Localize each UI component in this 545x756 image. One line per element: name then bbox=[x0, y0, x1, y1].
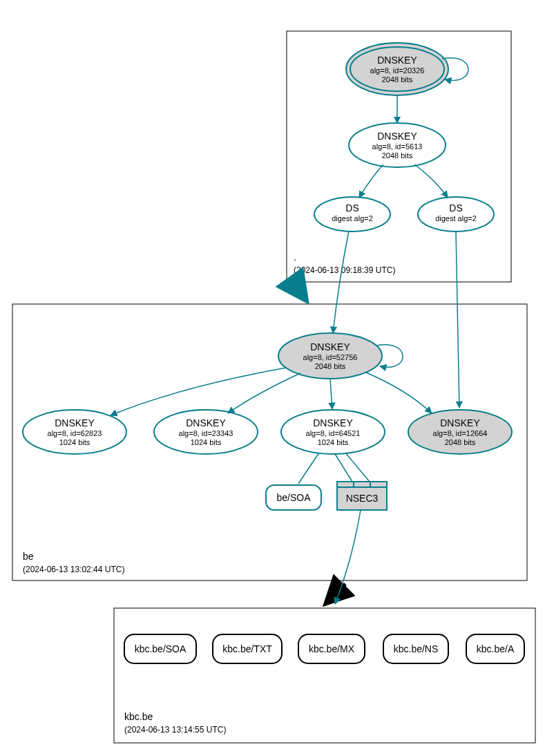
dnssec-diagram: . (2024-06-13 09:18:39 UTC) DNSKEY alg=8… bbox=[0, 0, 545, 756]
svg-text:alg=8, id=52756: alg=8, id=52756 bbox=[303, 353, 358, 361]
svg-text:alg=8, id=64521: alg=8, id=64521 bbox=[306, 429, 361, 437]
edge-dsright-12664 bbox=[456, 231, 459, 408]
svg-text:kbc.be/TXT: kbc.be/TXT bbox=[222, 643, 272, 654]
node-kbc-a: kbc.be/A bbox=[466, 634, 524, 663]
svg-text:2048 bits: 2048 bits bbox=[315, 362, 346, 370]
svg-rect-38 bbox=[337, 482, 387, 487]
zone-root-timestamp: (2024-06-13 09:18:39 UTC) bbox=[294, 265, 395, 275]
edge-5613-dsright bbox=[414, 164, 448, 198]
zone-kbc-timestamp: (2024-06-13 13:14:55 UTC) bbox=[124, 725, 226, 735]
node-kbc-txt: kbc.be/TXT bbox=[213, 634, 282, 663]
edge-52756-62823 bbox=[111, 368, 287, 415]
svg-text:alg=8, id=20326: alg=8, id=20326 bbox=[370, 66, 425, 75]
edge-5613-dsleft bbox=[359, 164, 383, 198]
node-dnskey-12664: DNSKEY alg=8, id=12664 2048 bits bbox=[408, 410, 512, 454]
node-kbc-soa: kbc.be/SOA bbox=[124, 634, 196, 663]
svg-text:2048 bits: 2048 bits bbox=[382, 75, 413, 84]
svg-text:digest alg=2: digest alg=2 bbox=[332, 214, 373, 223]
svg-text:DNSKEY: DNSKEY bbox=[313, 417, 353, 428]
edge-52756-64521 bbox=[330, 379, 332, 409]
svg-text:DS: DS bbox=[345, 202, 358, 214]
svg-text:2048 bits: 2048 bits bbox=[382, 151, 413, 160]
edge-be-to-kbc-black bbox=[325, 584, 345, 605]
node-kbc-ns: kbc.be/NS bbox=[383, 634, 448, 663]
edge-root-to-be bbox=[297, 287, 307, 302]
svg-text:1024 bits: 1024 bits bbox=[191, 438, 222, 446]
node-dnskey-20326: DNSKEY alg=8, id=20326 2048 bits bbox=[346, 43, 448, 95]
svg-text:alg=8, id=23343: alg=8, id=23343 bbox=[179, 429, 233, 437]
svg-text:DNSKEY: DNSKEY bbox=[440, 417, 480, 428]
node-ds-left: DS digest alg=2 bbox=[314, 197, 390, 231]
zone-be-label: be bbox=[23, 551, 34, 562]
svg-text:DNSKEY: DNSKEY bbox=[310, 341, 350, 352]
node-kbc-mx: kbc.be/MX bbox=[298, 634, 365, 663]
svg-text:DNSKEY: DNSKEY bbox=[186, 417, 226, 428]
edge-52756-12664 bbox=[366, 372, 432, 413]
svg-text:alg=8, id=62823: alg=8, id=62823 bbox=[48, 429, 102, 437]
svg-text:2048 bits: 2048 bits bbox=[445, 438, 476, 446]
node-dnskey-5613: DNSKEY alg=8, id=5613 2048 bits bbox=[349, 123, 446, 167]
svg-text:DS: DS bbox=[449, 202, 462, 214]
node-dnskey-64521: DNSKEY alg=8, id=64521 1024 bits bbox=[281, 410, 385, 454]
svg-text:DNSKEY: DNSKEY bbox=[377, 55, 417, 66]
node-dnskey-23343: DNSKEY alg=8, id=23343 1024 bits bbox=[154, 410, 258, 454]
svg-text:be/SOA: be/SOA bbox=[276, 492, 311, 503]
svg-text:DNSKEY: DNSKEY bbox=[55, 417, 95, 428]
zone-kbc-box bbox=[114, 608, 535, 743]
svg-text:DNSKEY: DNSKEY bbox=[377, 131, 417, 142]
edge-64521-soa bbox=[298, 453, 319, 484]
zone-root-label: . bbox=[294, 252, 296, 263]
zone-be-timestamp: (2024-06-13 13:02:44 UTC) bbox=[23, 565, 124, 574]
node-ds-right: DS digest alg=2 bbox=[418, 197, 494, 231]
svg-text:kbc.be/SOA: kbc.be/SOA bbox=[135, 643, 187, 654]
zone-kbc-label: kbc.be bbox=[124, 711, 153, 722]
node-dnskey-52756: DNSKEY alg=8, id=52756 2048 bits bbox=[278, 333, 382, 379]
svg-text:digest alg=2: digest alg=2 bbox=[435, 214, 477, 223]
edge-52756-23343 bbox=[228, 373, 300, 413]
node-be-soa: be/SOA bbox=[266, 485, 321, 510]
svg-text:kbc.be/MX: kbc.be/MX bbox=[309, 643, 355, 654]
node-dnskey-62823: DNSKEY alg=8, id=62823 1024 bits bbox=[23, 410, 126, 454]
node-be-nsec3: NSEC3 bbox=[337, 482, 387, 510]
svg-text:1024 bits: 1024 bits bbox=[318, 438, 349, 446]
svg-text:alg=8, id=5613: alg=8, id=5613 bbox=[372, 142, 423, 151]
svg-text:NSEC3: NSEC3 bbox=[346, 493, 379, 504]
svg-text:kbc.be/NS: kbc.be/NS bbox=[394, 643, 439, 654]
svg-text:1024 bits: 1024 bits bbox=[59, 438, 90, 446]
svg-text:alg=8, id=12664: alg=8, id=12664 bbox=[433, 429, 488, 437]
svg-text:kbc.be/A: kbc.be/A bbox=[477, 643, 515, 654]
